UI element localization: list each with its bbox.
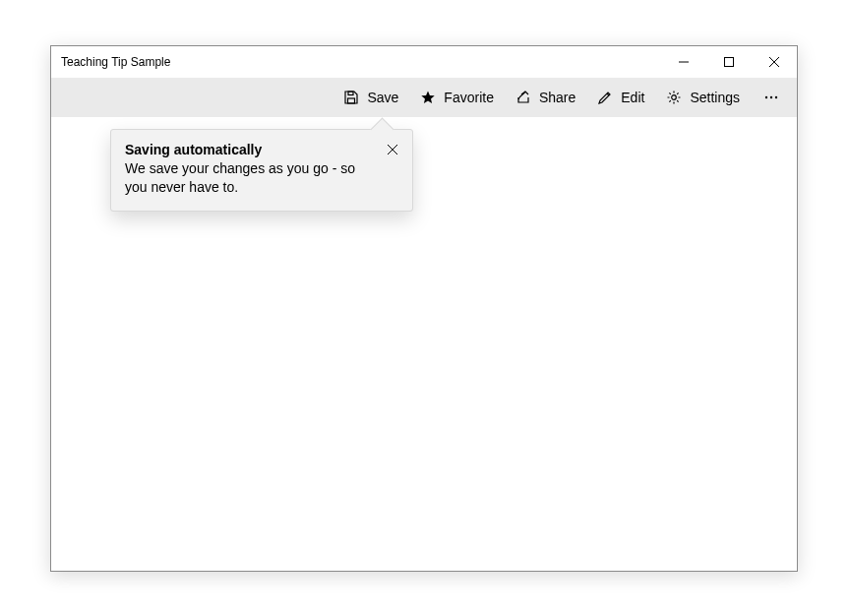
app-window: Teaching Tip Sample xyxy=(50,45,798,572)
svg-rect-5 xyxy=(348,92,353,95)
maximize-icon xyxy=(724,54,734,70)
close-button[interactable] xyxy=(752,46,797,78)
content-area: Saving automatically We save your change… xyxy=(51,117,797,571)
share-button[interactable]: Share xyxy=(506,80,585,115)
teaching-tip-close-button[interactable] xyxy=(381,138,404,161)
titlebar: Teaching Tip Sample xyxy=(51,46,797,78)
svg-point-9 xyxy=(770,96,772,98)
minimize-icon xyxy=(679,54,689,70)
share-label: Share xyxy=(539,90,575,105)
save-icon xyxy=(343,90,359,105)
edit-label: Edit xyxy=(621,90,644,105)
star-icon xyxy=(420,90,436,105)
save-button[interactable]: Save xyxy=(333,80,408,115)
svg-rect-4 xyxy=(348,98,355,103)
teaching-tip-body: We save your changes as you go - so you … xyxy=(125,159,373,197)
close-icon xyxy=(769,54,779,70)
svg-point-8 xyxy=(765,96,767,98)
window-controls xyxy=(661,46,797,78)
favorite-label: Favorite xyxy=(444,90,494,105)
more-button[interactable] xyxy=(752,80,791,115)
save-label: Save xyxy=(367,90,398,105)
commandbar: Save Favorite Share xyxy=(51,78,797,117)
svg-point-7 xyxy=(672,95,677,100)
teaching-tip: Saving automatically We save your change… xyxy=(110,129,413,212)
favorite-button[interactable]: Favorite xyxy=(410,80,504,115)
settings-label: Settings xyxy=(690,90,740,105)
svg-rect-1 xyxy=(725,58,734,67)
svg-point-10 xyxy=(775,96,777,98)
edit-icon xyxy=(597,90,613,105)
more-icon xyxy=(763,90,779,105)
share-icon xyxy=(515,90,531,105)
teaching-tip-title: Saving automatically xyxy=(125,142,373,157)
minimize-button[interactable] xyxy=(661,46,706,78)
close-icon xyxy=(388,142,397,157)
edit-button[interactable]: Edit xyxy=(587,80,654,115)
gear-icon xyxy=(666,90,682,105)
window-title: Teaching Tip Sample xyxy=(61,55,170,69)
maximize-button[interactable] xyxy=(706,46,752,78)
settings-button[interactable]: Settings xyxy=(656,80,750,115)
